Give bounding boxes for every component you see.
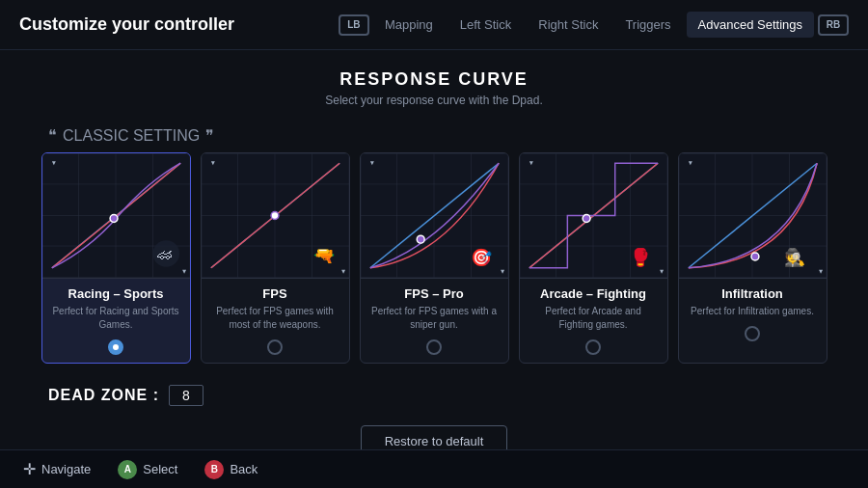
card-infiltration-radio[interactable] (745, 326, 760, 341)
card-fps-pro-desc: Perfect for FPS games with a sniper gun. (370, 305, 499, 332)
dpad-icon: ✛ (23, 460, 36, 478)
card-infiltration-desc: Perfect for Infiltration games. (689, 305, 817, 318)
chart-racing: 🏎 (42, 153, 190, 279)
nav-tabs: LB Mapping Left Stick Right Stick Trigge… (339, 12, 849, 38)
svg-point-43 (417, 235, 424, 243)
classic-text: CLASSIC SETTING (63, 127, 200, 145)
back-item: B Back (204, 460, 258, 479)
card-racing-desc: Perfect for Racing and Sports Games. (52, 305, 180, 332)
page-title: Customize your controller (19, 14, 339, 35)
rb-button[interactable]: RB (818, 14, 849, 36)
dead-zone-label: DEAD ZONE : (48, 387, 159, 404)
svg-text:🏎: 🏎 (157, 246, 173, 262)
card-arcade-desc: Perfect for Arcade and Fighting games. (529, 305, 658, 332)
back-label: Back (230, 462, 258, 476)
svg-marker-13 (182, 270, 186, 274)
radio-dot (113, 344, 119, 350)
card-infiltration-info: Infiltration Perfect for Infiltration ga… (679, 279, 827, 349)
svg-marker-30 (341, 270, 345, 274)
header: Customize your controller LB Mapping Lef… (0, 0, 868, 50)
quote-close-icon: ❞ (205, 126, 214, 145)
tab-left-stick[interactable]: Left Stick (448, 12, 523, 38)
svg-point-28 (271, 212, 279, 220)
lb-button[interactable]: LB (339, 14, 369, 36)
chart-arcade: 🥊 (520, 153, 667, 279)
svg-marker-60 (529, 161, 532, 165)
svg-marker-29 (210, 161, 214, 165)
svg-text:🔫: 🔫 (313, 245, 336, 266)
svg-text:🕵: 🕵 (783, 247, 805, 268)
dead-zone-row: DEAD ZONE : 8 (39, 385, 829, 406)
a-button-icon: A (118, 460, 137, 479)
tab-right-stick[interactable]: Right Stick (527, 12, 610, 38)
card-fps-pro-info: FPS – Pro Perfect for FPS games with a s… (361, 279, 508, 363)
svg-marker-75 (688, 161, 692, 165)
card-arcade-fighting[interactable]: 🥊 Arcade – Fighting Perfect for Arcade a… (519, 152, 668, 364)
svg-marker-44 (369, 161, 373, 165)
svg-point-59 (583, 215, 590, 223)
card-fps-name: FPS (211, 286, 339, 301)
card-fps-pro-radio[interactable] (426, 339, 442, 355)
tab-triggers[interactable]: Triggers (613, 12, 682, 38)
svg-marker-12 (51, 161, 55, 165)
section-subtitle: Select your response curve with the Dpad… (39, 94, 829, 107)
card-fps[interactable]: 🔫 FPS Perfect for FPS games with most of… (201, 152, 350, 364)
b-button-icon: B (204, 460, 224, 479)
svg-point-11 (110, 215, 118, 223)
svg-text:🎯: 🎯 (470, 247, 492, 268)
navigate-item: ✛ Navigate (23, 460, 91, 478)
navigate-label: Navigate (41, 462, 91, 476)
card-racing-info: Racing – Sports Perfect for Racing and S… (42, 279, 190, 363)
tab-advanced-settings[interactable]: Advanced Settings (687, 12, 814, 38)
card-fps-desc: Perfect for FPS games with most of the w… (211, 305, 339, 332)
chart-infiltration: 🕵 (679, 153, 827, 279)
main-content: RESPONSE CURVE Select your response curv… (0, 50, 868, 476)
card-racing-sports[interactable]: 🏎 Racing – Sports Perfect for Racing and… (41, 152, 191, 364)
card-fps-pro-name: FPS – Pro (370, 286, 499, 301)
card-fps-pro[interactable]: 🎯 FPS – Pro Perfect for FPS games with a… (360, 152, 509, 364)
svg-marker-76 (819, 270, 823, 274)
chart-fps: 🔫 (202, 153, 349, 279)
card-infiltration-name: Infiltration (689, 286, 817, 301)
chart-fps-pro: 🎯 (361, 153, 508, 279)
select-item: A Select (118, 460, 177, 479)
card-fps-radio[interactable] (267, 339, 283, 355)
card-arcade-radio[interactable] (585, 339, 601, 355)
card-infiltration[interactable]: 🕵 Infiltration Perfect for Infiltration … (678, 152, 827, 364)
cards-container: 🏎 Racing – Sports Perfect for Racing and… (39, 152, 829, 364)
svg-marker-45 (501, 270, 504, 274)
section-title: RESPONSE CURVE (39, 69, 829, 90)
tab-mapping[interactable]: Mapping (373, 12, 445, 38)
classic-setting-label: ❝ CLASSIC SETTING ❞ (39, 126, 829, 145)
bottom-bar: ✛ Navigate A Select B Back (0, 449, 868, 488)
card-racing-radio[interactable] (108, 339, 123, 355)
card-fps-info: FPS Perfect for FPS games with most of t… (202, 279, 349, 363)
dead-zone-value[interactable]: 8 (169, 385, 203, 406)
quote-open-icon: ❝ (48, 126, 57, 145)
svg-text:🥊: 🥊 (629, 247, 651, 268)
card-arcade-info: Arcade – Fighting Perfect for Arcade and… (520, 279, 667, 363)
card-arcade-name: Arcade – Fighting (529, 286, 658, 301)
svg-marker-61 (660, 270, 664, 274)
svg-point-74 (751, 253, 759, 260)
card-racing-name: Racing – Sports (52, 286, 180, 301)
select-label: Select (143, 462, 177, 476)
